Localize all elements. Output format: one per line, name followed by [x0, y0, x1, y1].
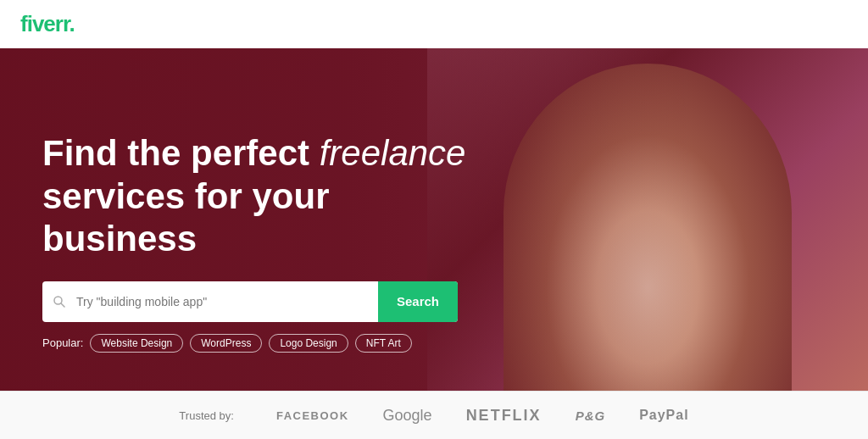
popular-tag-website-design[interactable]: Website Design — [90, 334, 183, 353]
hero-title: Find the perfect freelance services for … — [42, 132, 492, 260]
hero-title-text1: Find the perfect — [42, 133, 320, 173]
nav-sign-in[interactable]: Sign in — [749, 18, 784, 31]
hero-content: Find the perfect freelance services for … — [0, 48, 868, 436]
trusted-paypal: PayPal — [639, 408, 688, 423]
join-button[interactable]: Join — [801, 13, 848, 36]
trusted-netflix: NETFLIX — [466, 407, 542, 425]
nav-explore[interactable]: Explore — [473, 18, 512, 31]
svg-line-6 — [61, 303, 64, 307]
trusted-google: Google — [383, 407, 432, 425]
nav-become-seller[interactable]: Become a Seller — [648, 18, 732, 31]
trusted-pg: P&G — [576, 408, 606, 423]
popular-tag-nft-art[interactable]: NFT Art — [355, 334, 412, 353]
trusted-facebook: FACEBOOK — [276, 409, 349, 422]
logo-dot: . — [70, 11, 75, 36]
search-bar: Search — [42, 281, 458, 322]
search-icon — [53, 295, 66, 308]
popular-row: Popular: Website Design WordPress Logo D… — [42, 334, 826, 353]
globe-icon — [529, 18, 541, 30]
nav-currency[interactable]: $ USD — [598, 18, 632, 31]
search-icon-wrap — [42, 295, 76, 308]
nav-language[interactable]: English — [529, 18, 581, 31]
search-button[interactable]: Search — [378, 281, 458, 322]
hero-title-italic: freelance — [320, 133, 466, 173]
popular-label: Popular: — [42, 336, 83, 349]
logo[interactable]: fiverr. — [20, 11, 75, 37]
language-label: English — [543, 18, 581, 31]
nav-links: Fiverr Business Explore English $ USD Be… — [377, 13, 848, 36]
popular-tag-wordpress[interactable]: WordPress — [190, 334, 262, 353]
popular-tag-logo-design[interactable]: Logo Design — [269, 334, 348, 353]
navbar: fiverr. Fiverr Business Explore English … — [0, 0, 868, 48]
search-input[interactable] — [76, 295, 378, 308]
trusted-label: Trusted by: — [179, 409, 234, 422]
hero-title-text2: services for your business — [42, 176, 330, 258]
trusted-bar: Trusted by: FACEBOOK Google NETFLIX P&G … — [0, 391, 868, 439]
hero-section: Find the perfect freelance services for … — [0, 48, 868, 436]
nav-fiverr-business[interactable]: Fiverr Business — [377, 18, 456, 31]
logo-text: fiverr — [20, 11, 70, 36]
